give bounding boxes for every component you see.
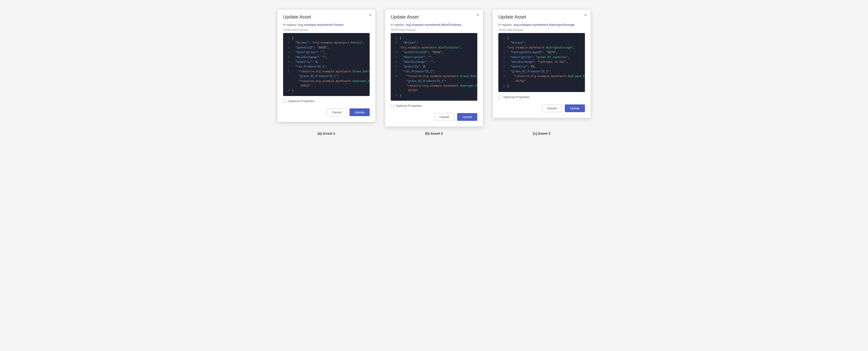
update-button-hydrogenstorage[interactable]: Update (565, 105, 585, 112)
modal-panels: × Update Asset In registry: org.example.… (277, 9, 375, 122)
json-label-hydrogenstorage: JSON Data Preview (498, 28, 585, 32)
modal-hydrogenstorage: × Update Asset In registry: org.example.… (493, 9, 591, 118)
json-editor-panels[interactable]: 1{ 2 "$class": "org.example.mynetwork.Pa… (283, 33, 370, 96)
close-button-hydrogenstorage[interactable]: × (584, 13, 587, 17)
footer-panels: Cancel Update (283, 109, 370, 116)
modal-title-windturbines: Update Asset (391, 14, 477, 20)
close-button-panels[interactable]: × (369, 13, 372, 17)
caption-windturbines: (b) Asset 2 (385, 131, 483, 135)
optional-row-windturbines: Optional Properties (391, 104, 477, 108)
registry-line-panels: In registry: org.example.mynetwork.Panel… (283, 23, 370, 26)
optional-row-panels: Optional Properties (283, 99, 370, 103)
json-editor-windturbines[interactable]: 1{ 2 "$class": "org.example.mynetwork.Wi… (391, 33, 477, 101)
modal-title-panels: Update Asset (283, 14, 370, 20)
registry-link-windturbines: org.example.mynetwork.WindTurbines (406, 23, 461, 26)
footer-hydrogenstorage: Cancel Update (498, 105, 585, 112)
optional-label-hydrogenstorage: Optional Properties (503, 95, 529, 99)
modal-windturbines: × Update Asset In registry: org.example.… (385, 9, 483, 127)
json-label-panels: JSON Data Preview (283, 28, 370, 32)
captions-row: (a) Asset 1 (b) Asset 2 (c) Asset 3 (270, 131, 598, 135)
update-button-panels[interactable]: Update (349, 109, 370, 116)
optional-label-windturbines: Optional Properties (396, 104, 422, 108)
modals-container: × Update Asset In registry: org.example.… (270, 9, 598, 127)
optional-checkbox-hydrogenstorage[interactable] (498, 95, 502, 99)
footer-windturbines: Cancel Update (391, 113, 477, 121)
registry-line-windturbines: In registry: org.example.mynetwork.WindT… (391, 23, 477, 26)
cancel-button-hydrogenstorage[interactable]: Cancel (542, 105, 562, 112)
cancel-button-windturbines[interactable]: Cancel (434, 113, 454, 121)
update-button-windturbines[interactable]: Update (457, 113, 477, 121)
optional-row-hydrogenstorage: Optional Properties (498, 95, 585, 99)
optional-checkbox-windturbines[interactable] (391, 104, 394, 108)
close-button-windturbines[interactable]: × (476, 13, 479, 17)
registry-link-hydrogenstorage: org.example.mynetwork.HydrogenStorage (513, 23, 575, 26)
caption-hydrogenstorage: (c) Asset 3 (493, 131, 591, 135)
optional-checkbox-panels[interactable] (283, 99, 286, 103)
registry-line-hydrogenstorage: In registry: org.example.mynetwork.Hydro… (498, 23, 585, 26)
json-editor-hydrogenstorage[interactable]: 1{ 2 "$class": "org.example.mynetwork.Hy… (498, 33, 585, 92)
optional-label-panels: Optional Properties (288, 99, 314, 103)
cancel-button-panels[interactable]: Cancel (327, 109, 347, 116)
modal-title-hydrogenstorage: Update Asset (498, 14, 585, 20)
caption-panels: (a) Asset 1 (277, 131, 375, 135)
json-label-windturbines: JSON Data Preview (391, 28, 477, 32)
registry-link-panels: org.example.mynetwork.Panels (298, 23, 343, 26)
